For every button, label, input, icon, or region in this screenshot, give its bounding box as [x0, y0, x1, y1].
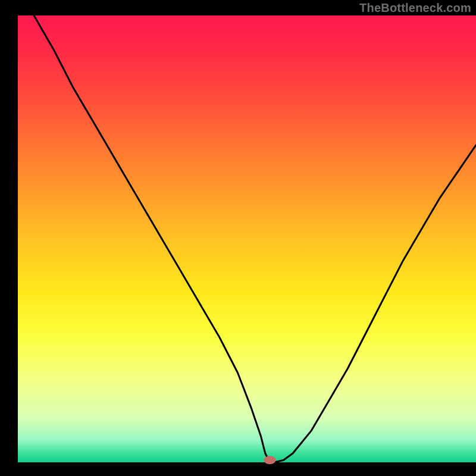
- chart-container: TheBottleneck.com: [0, 0, 476, 476]
- bottleneck-chart: [0, 0, 476, 476]
- watermark-label: TheBottleneck.com: [359, 1, 471, 15]
- optimal-marker: [264, 456, 276, 464]
